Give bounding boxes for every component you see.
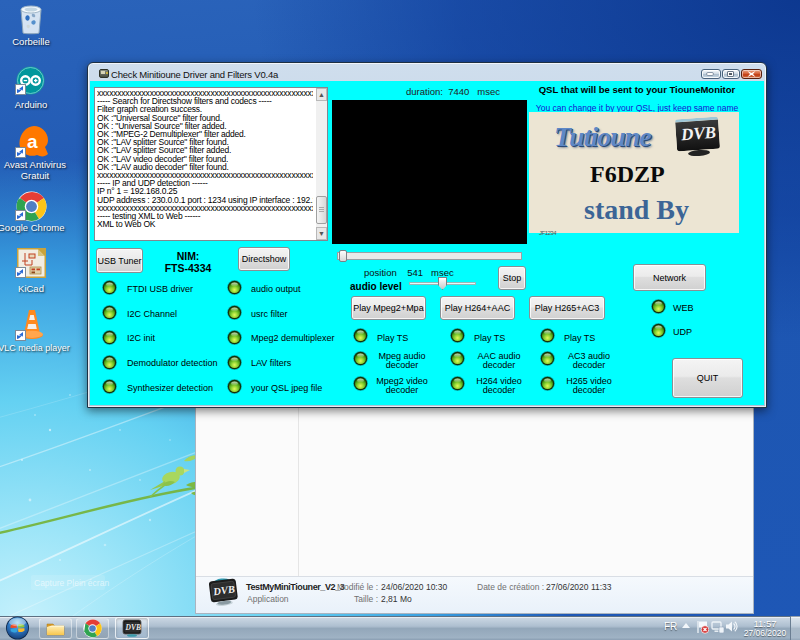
svg-text:DVB: DVB xyxy=(125,623,141,632)
svg-text:a: a xyxy=(27,131,38,152)
